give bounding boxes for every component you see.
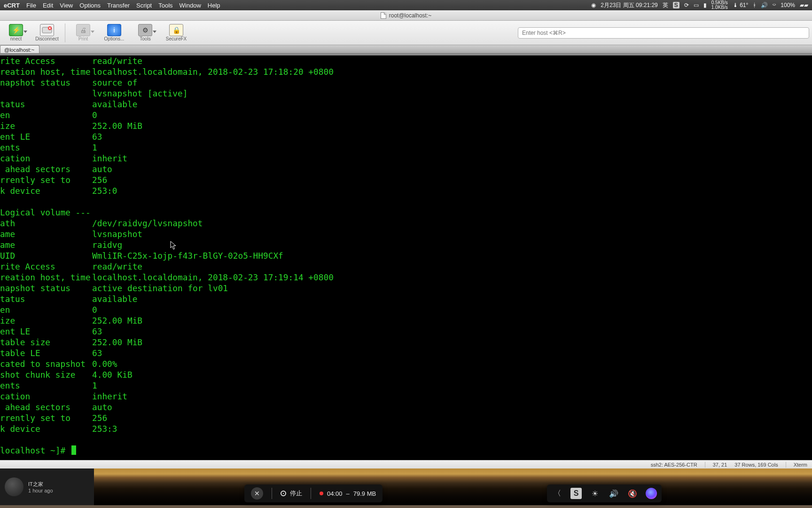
session-tab[interactable]: @localhost:~ [0, 45, 39, 53]
terminal-line: ents1 [0, 380, 812, 391]
terminal-prompt[interactable]: localhost ~]# [0, 445, 812, 456]
terminal-line: Logical volume --- [0, 207, 812, 218]
terminal-line: ahead sectorsauto [0, 402, 812, 413]
wifi-icon[interactable]: ⌔ [773, 2, 776, 8]
tab-label: @localhost:~ [4, 47, 34, 53]
terminal-line: ize252.00 MiB [0, 315, 812, 326]
menu-edit[interactable]: Edit [43, 2, 53, 9]
stop-button[interactable]: 停止 [281, 489, 302, 498]
menubar-temperature[interactable]: 🌡 61° [733, 2, 749, 8]
terminal-line: reation host, timelocalhost.localdomain,… [0, 272, 812, 283]
terminal-line: tatusavailable [0, 99, 812, 110]
terminal-line: lvsnapshot [active] [0, 88, 812, 99]
print-button[interactable]: 🖨 Print [70, 24, 96, 41]
recording-elapsed: 04:00 [327, 490, 343, 497]
options-label: Options... [104, 36, 125, 41]
terminal-line: tatusavailable [0, 294, 812, 304]
chevron-down-icon[interactable] [153, 31, 156, 33]
terminal-line: UIDWmliIR-C25x-1ojp-f43r-BlGY-02o5-HH9CX… [0, 250, 812, 261]
connect-label: nnect [10, 36, 22, 41]
securefx-icon: 🔒 [169, 24, 183, 36]
tools-label: Tools [140, 36, 150, 41]
connect-icon: ⚡ [9, 24, 23, 36]
status-term-type: Xterm [794, 462, 807, 468]
recording-indicator-icon[interactable]: ◉ [591, 2, 596, 8]
terminal-line: ize252.00 MiB [0, 120, 812, 131]
video-info-panel[interactable]: IT之家 1 hour ago [0, 468, 94, 505]
quick-actions-bar: 〈 S ☀ 🔊 🔇 [547, 484, 662, 502]
terminal-line: napshot statussource of [0, 77, 812, 88]
terminal-line: reation host, timelocalhost.localdomain,… [0, 66, 812, 77]
disconnect-label: Disconnect [35, 36, 58, 41]
terminal-line: ahead sectorsauto [0, 164, 812, 175]
toolbar-divider [65, 24, 65, 42]
disconnect-button[interactable]: Disconnect [34, 24, 60, 41]
stop-icon [281, 491, 286, 496]
recording-status: 04:00 – 79.9 MB [320, 490, 376, 497]
mute-icon[interactable]: 🔇 [627, 488, 638, 499]
connect-button[interactable]: ⚡ nnect [3, 24, 29, 41]
menu-options[interactable]: Options [79, 2, 101, 9]
menubar-sync-icon[interactable]: ⟳ [684, 2, 689, 8]
terminal-line: rite Accessread/write [0, 56, 812, 66]
volume-icon[interactable]: 🔊 [761, 2, 768, 8]
app-name[interactable]: eCRT [4, 2, 20, 9]
terminal-line: cated to snapshot0.00% [0, 358, 812, 369]
menubar-network-speed[interactable]: 0.5KB/s1.0KB/s [711, 0, 728, 10]
chevron-down-icon[interactable] [91, 31, 94, 33]
terminal-line: shot chunk size4.00 KiB [0, 369, 812, 380]
sound-icon[interactable]: 🔊 [608, 488, 619, 499]
terminal[interactable]: rite Accessread/writereation host, timel… [0, 56, 812, 460]
options-button[interactable]: i Options... [101, 24, 127, 41]
close-button[interactable]: ✕ [251, 487, 263, 500]
tools-button[interactable]: ⚙ Tools [132, 24, 158, 41]
menu-transfer[interactable]: Transfer [107, 2, 130, 9]
securefx-button[interactable]: 🔒 SecureFX [163, 24, 189, 41]
menu-tools[interactable]: Tools [158, 2, 172, 9]
menu-script[interactable]: Script [136, 2, 152, 9]
menubar-battery-small-icon[interactable]: ▮ [703, 2, 707, 8]
terminal-line: cationinherit [0, 391, 812, 402]
battery-icon[interactable]: ▰▰ [800, 2, 808, 8]
menubar-battery-percent[interactable]: 100% [781, 2, 795, 8]
status-connection: ssh2: AES-256-CTR [651, 462, 697, 468]
brightness-icon[interactable]: ☀ [589, 488, 601, 499]
gear-icon: ⚙ [138, 24, 152, 36]
host-search-input[interactable] [518, 27, 809, 39]
menubar-ime[interactable]: 英 [663, 1, 668, 9]
close-icon: ✕ [254, 490, 260, 497]
terminal-line: rrently set to256 [0, 175, 812, 185]
prev-icon[interactable]: 〈 [552, 488, 563, 499]
info-icon: i [107, 24, 121, 36]
menubar-datetime[interactable]: 2月23日 周五 09:21:29 [601, 1, 657, 9]
status-bar: ssh2: AES-256-CTR 37, 21 37 Rows, 169 Co… [0, 460, 812, 468]
terminal-line: amelvsnapshot [0, 229, 812, 239]
screen-recorder-bar: ✕ 停止 04:00 – 79.9 MB [244, 484, 383, 502]
menu-help[interactable]: Help [208, 2, 220, 9]
terminal-line: k device253:3 [0, 423, 812, 434]
print-icon: 🖨 [76, 24, 90, 36]
background-strip: IT之家 1 hour ago ✕ 停止 04:00 – 79.9 MB 〈 S [0, 468, 812, 505]
menu-file[interactable]: File [26, 2, 36, 9]
terminal-line: ameraidvg [0, 239, 812, 250]
window-title: root@localhost:~ [389, 12, 432, 19]
menu-window[interactable]: Window [180, 2, 201, 9]
siri-icon[interactable] [646, 488, 657, 499]
terminal-line: en0 [0, 110, 812, 120]
print-label: Print [78, 36, 88, 41]
chevron-down-icon[interactable] [23, 31, 27, 33]
terminal-line: rrently set to256 [0, 413, 812, 423]
menubar-display-icon[interactable]: ▭ [694, 2, 699, 8]
menu-view[interactable]: View [60, 2, 73, 9]
terminal-line: cationinherit [0, 153, 812, 164]
app-switch-icon[interactable]: S [570, 488, 582, 499]
bluetooth-icon[interactable]: ᚼ [753, 2, 756, 8]
tab-strip: @localhost:~ [0, 45, 812, 54]
s-icon[interactable]: S [673, 2, 679, 8]
channel-name: IT之家 [28, 481, 53, 488]
record-icon [320, 492, 323, 495]
channel-avatar [5, 477, 23, 496]
window-titlebar[interactable]: root@localhost:~ [0, 10, 812, 21]
terminal-line: table LE63 [0, 348, 812, 358]
document-icon [381, 12, 386, 19]
